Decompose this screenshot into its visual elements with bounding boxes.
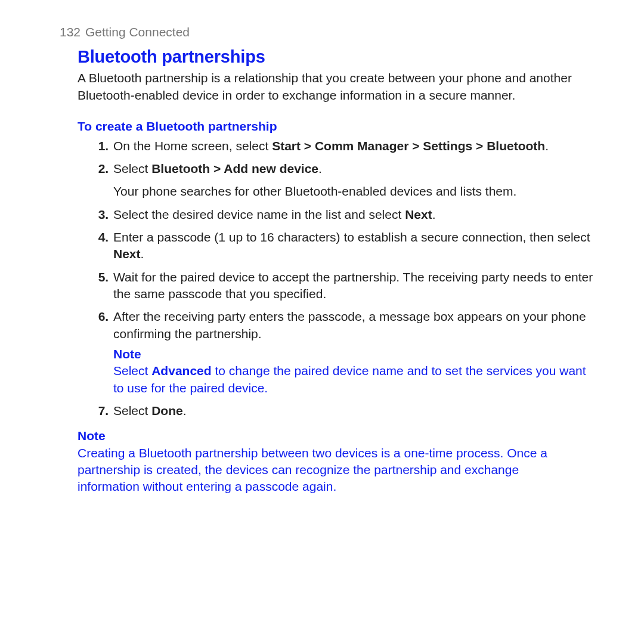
running-header: 132 Getting Connected [60, 24, 602, 41]
note-label: Note [113, 346, 150, 363]
section-heading: Bluetooth partnerships [78, 45, 602, 69]
step-text: . [141, 247, 144, 261]
step-7: Select Done. [112, 402, 602, 419]
section-intro: A Bluetooth partnership is a relationshi… [78, 70, 602, 104]
step-5: Wait for the paired device to accept the… [112, 269, 602, 303]
steps-list: On the Home screen, select Start > Comm … [78, 138, 602, 420]
page-number: 132 [60, 24, 80, 41]
step-2: Select Bluetooth > Add new device. Your … [112, 160, 602, 200]
step-text: After the receiving party enters the pas… [113, 309, 586, 340]
step-text: Select the desired device name in the li… [113, 208, 405, 221]
step-text: Select [113, 162, 151, 175]
step-6: After the receiving party enters the pas… [112, 308, 602, 397]
ui-label: Next [405, 208, 432, 221]
step-text: . [183, 404, 187, 417]
ui-label: Done [151, 404, 183, 417]
step-text: On the Home screen, select [113, 139, 272, 153]
step-3: Select the desired device name in the li… [112, 206, 602, 223]
step-text: Enter a passcode (1 up to 16 characters)… [113, 230, 590, 244]
ui-label: Advanced [151, 364, 211, 377]
inline-note: Note Select Advanced to change the paire… [113, 346, 602, 397]
ui-path: Bluetooth > Add new device [151, 162, 318, 175]
note-label: Note [78, 428, 129, 444]
note-text: Select [113, 364, 151, 377]
step-4: Enter a passcode (1 up to 16 characters)… [112, 229, 602, 263]
step-text: Select [113, 404, 151, 417]
ui-label: Next [113, 247, 141, 261]
chapter-title: Getting Connected [85, 25, 190, 39]
footer-note: Note Creating a Bluetooth partnership be… [78, 428, 602, 495]
step-extra: Your phone searches for other Bluetooth-… [113, 183, 602, 200]
step-1: On the Home screen, select Start > Comm … [112, 138, 602, 154]
ui-path: Start > Comm Manager > Settings > Blueto… [272, 139, 545, 153]
step-text: . [432, 208, 436, 221]
subsection-heading: To create a Bluetooth partnership [78, 118, 602, 135]
note-body: Creating a Bluetooth partnership between… [78, 445, 549, 496]
step-text: . [318, 162, 322, 175]
document-page: 132 Getting Connected Bluetooth partners… [0, 0, 644, 519]
step-text: . [545, 139, 549, 153]
note-body: Select Advanced to change the paired dev… [113, 363, 590, 397]
